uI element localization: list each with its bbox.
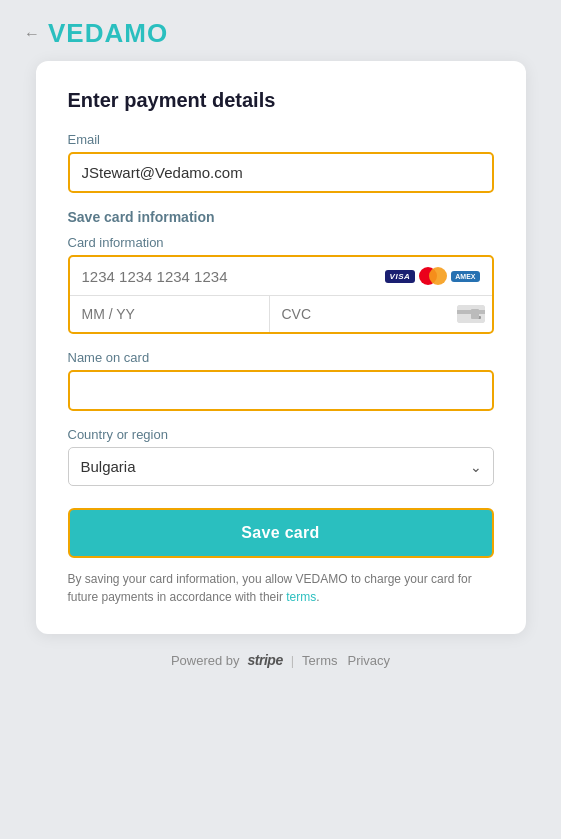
stripe-logo: stripe [248,652,283,668]
cvc-input[interactable] [282,306,457,322]
form-title: Enter payment details [68,89,494,112]
footer-divider: | [291,653,294,668]
country-field-wrapper: Country or region Bulgaria United States… [68,427,494,486]
country-select[interactable]: Bulgaria United States United Kingdom Ge… [68,447,494,486]
save-card-button[interactable]: Save card [68,508,494,558]
svg-rect-1 [457,310,485,314]
terms-link[interactable]: Terms [302,653,337,668]
save-card-section-title: Save card information [68,209,494,225]
payment-form-card: Enter payment details Email Save card in… [36,61,526,634]
footer-links: Terms Privacy [302,653,390,668]
amex-icon: AMEX [451,271,479,282]
card-icons: VISA AMEX [385,267,480,285]
email-label: Email [68,132,494,147]
disclaimer-text-start: By saving your card information, you all… [68,572,472,604]
card-number-row: VISA AMEX [70,257,492,296]
visa-icon: VISA [385,270,416,283]
svg-rect-2 [473,316,481,319]
disclaimer-text: By saving your card information, you all… [68,570,494,606]
card-info-label: Card information [68,235,494,250]
card-info-box: VISA AMEX [68,255,494,334]
disclaimer-terms-link[interactable]: terms [286,590,316,604]
cvc-row [270,296,494,332]
card-number-input[interactable] [82,268,385,285]
mastercard-icon [419,267,447,285]
email-input[interactable] [68,152,494,193]
logo: VEDAMO [48,18,168,49]
disclaimer-text-end: . [316,590,319,604]
name-field-wrapper: Name on card [68,350,494,411]
powered-by-text: Powered by [171,653,240,668]
country-label: Country or region [68,427,494,442]
back-arrow-icon[interactable]: ← [24,25,40,43]
top-bar: ← VEDAMO [0,0,561,61]
privacy-link[interactable]: Privacy [347,653,390,668]
name-label: Name on card [68,350,494,365]
footer: Powered by stripe | Terms Privacy [171,652,390,668]
name-input[interactable] [68,370,494,411]
expiry-input[interactable] [70,296,270,332]
card-bottom-row [70,296,492,332]
cvc-card-icon [457,305,485,323]
country-select-wrapper: Bulgaria United States United Kingdom Ge… [68,447,494,486]
